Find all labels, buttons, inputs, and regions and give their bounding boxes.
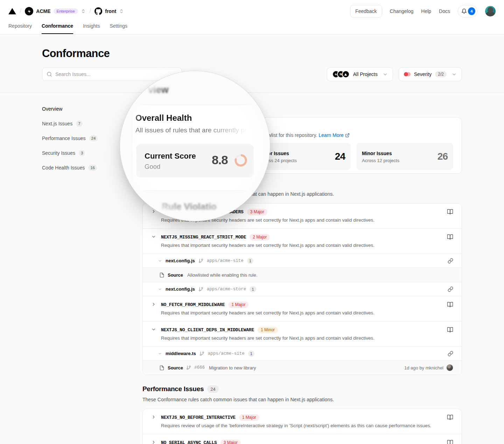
header-actions: Feedback Changelog Help Docs 4 (350, 5, 496, 18)
link-icon[interactable] (448, 351, 453, 356)
rule-name: NEXTJS_MISSING_REACT_STRICT_MODE (161, 235, 246, 240)
docs-link[interactable]: Docs (439, 8, 450, 14)
sidebar-count-badge: 3 (79, 150, 85, 156)
sidebar-item-nextjs-issues[interactable]: Next.js Issues 7 (42, 120, 126, 127)
severity-badge: 2 Major (250, 234, 270, 241)
changelog-link[interactable]: Changelog (390, 8, 414, 14)
github-icon (94, 7, 102, 15)
section-description: These Conformance rules catch common iss… (142, 396, 462, 403)
rule-row: NO_SERIAL_ASYNC_CALLS 3 Major (143, 434, 462, 444)
author-avatar[interactable] (446, 364, 453, 371)
magnified-rule-violations-fragment: Rule Violatio (162, 201, 217, 212)
learn-more-link[interactable]: Learn More (318, 132, 350, 139)
docs-book-icon[interactable] (447, 414, 453, 421)
project-avatar (342, 70, 350, 78)
issue-count-badge: 1 (250, 286, 256, 292)
issue-count-badge: 1 (248, 351, 254, 357)
chevron-right-icon[interactable] (151, 414, 156, 419)
file-icon (159, 365, 164, 370)
severity-dots-icon (404, 72, 411, 77)
sidebar-item-security-issues[interactable]: Security Issues 3 (42, 150, 126, 157)
magnified-description-fragment: All issues of rules that are currently p… (135, 126, 251, 134)
tab-conformance[interactable]: Conformance (42, 22, 73, 34)
breadcrumb-divider: / (89, 7, 91, 15)
git-branch-icon (200, 351, 204, 356)
source-meta: 1d ago by mknichel (404, 365, 443, 370)
rule-row: NEXTJS_NO_CLIENT_DEPS_IN_MIDDLEWARE 1 Mi… (143, 321, 462, 346)
source-label: Source (168, 365, 183, 370)
notifications-button[interactable]: 4 (458, 5, 477, 18)
tab-insights[interactable]: Insights (83, 22, 100, 34)
file-row: next.config.js apps/acme-site 1 (143, 254, 462, 268)
major-issues-value: 24 (335, 151, 345, 162)
link-icon[interactable] (448, 258, 453, 264)
rule-row: NO_FETCH_FROM_MIDDLEWARE 1 Major Require… (143, 296, 462, 321)
file-name: next.config.js (166, 286, 195, 292)
chevron-down-icon[interactable] (158, 352, 162, 356)
docs-book-icon[interactable] (447, 208, 453, 215)
source-label: Source (168, 272, 183, 278)
sidebar-item-label: Overview (42, 106, 62, 112)
rule-row: NEXTJS_MISSING_REACT_STRICT_MODE 2 Major… (143, 228, 462, 254)
team-switcher[interactable]: ACME Enterprise (25, 7, 86, 15)
rule-description: Requires that important security headers… (161, 310, 442, 317)
chevron-down-icon (451, 72, 457, 77)
sidebar-item-label: Performance Issues (42, 136, 86, 141)
feedback-button[interactable]: Feedback (350, 5, 382, 18)
chevron-right-icon[interactable] (151, 301, 156, 307)
docs-book-icon[interactable] (447, 233, 453, 240)
severity-filter-label: Severity (414, 71, 432, 77)
minor-issues-value: 26 (438, 151, 448, 162)
docs-book-icon[interactable] (447, 301, 453, 308)
git-branch-icon (198, 258, 203, 263)
vercel-logo-icon[interactable] (8, 8, 16, 15)
source-row: Source #666 Migration to new library 1d … (143, 360, 462, 375)
sidebar: Overview Next.js Issues 7 Performance Is… (42, 105, 126, 444)
search-input[interactable] (55, 71, 177, 77)
rule-description: Requires that important security headers… (161, 335, 442, 342)
magnified-overall-health-title: Overall Health (135, 113, 192, 123)
severity-badge: 3 Major (247, 209, 267, 215)
team-switcher-chevrons-icon[interactable] (81, 9, 86, 14)
minor-issues-tile: Minor Issues Across 12 projects 26 (356, 143, 453, 170)
sidebar-item-overview[interactable]: Overview (42, 105, 126, 112)
rule-name: NO_SERIAL_ASYNC_CALLS (161, 440, 217, 444)
chevron-down-icon[interactable] (151, 233, 156, 239)
team-plan-badge: Enterprise (54, 8, 78, 14)
tab-settings[interactable]: Settings (110, 22, 127, 34)
magnified-score-ring-icon (234, 154, 247, 167)
docs-book-icon[interactable] (447, 326, 453, 333)
rule-name: NEXTJS_NO_CLIENT_DEPS_IN_MIDDLEWARE (161, 327, 254, 333)
page-title: Conformance (42, 47, 462, 60)
chevron-right-icon[interactable] (151, 439, 156, 444)
rule-list-card: NEXTJS_NO_BEFORE_INTERACTIVE 1 Major Req… (142, 409, 462, 444)
notification-count-badge: 4 (468, 7, 475, 15)
section-performance-issues: Performance Issues 24 These Conformance … (142, 385, 462, 444)
magnified-current-score-tile: Current Score Good 8.8 (136, 144, 254, 178)
severity-badge: 3 Major (220, 439, 241, 444)
docs-book-icon[interactable] (447, 439, 453, 444)
help-link[interactable]: Help (421, 8, 431, 14)
projects-filter[interactable]: N All Projects (327, 67, 393, 81)
bell-icon (461, 8, 467, 14)
sidebar-item-performance-issues[interactable]: Performance Issues 24 (42, 135, 126, 142)
rule-name: NEXTJS_NO_BEFORE_INTERACTIVE (161, 415, 236, 420)
rule-list-card: NEXTJS_MISSING_SECURITY_HEADERS 3 Major … (142, 203, 462, 375)
user-avatar[interactable] (485, 6, 496, 16)
file-row: next.config.js apps/acme-store 1 (143, 282, 462, 296)
chevron-down-icon[interactable] (151, 326, 156, 332)
file-name: next.config.js (166, 258, 195, 263)
magnified-overview-fragment: view (148, 84, 169, 95)
project-path: apps/acme-site (208, 351, 245, 356)
issue-count-badge: 1 (247, 258, 253, 264)
chevron-down-icon[interactable] (158, 287, 162, 291)
repo-switcher[interactable]: front (94, 7, 124, 15)
repo-switcher-chevrons-icon[interactable] (119, 9, 124, 14)
severity-filter[interactable]: Severity 2/2 (399, 67, 462, 81)
link-icon[interactable] (448, 286, 453, 292)
tab-repository[interactable]: Repository (8, 22, 32, 34)
sidebar-item-code-health-issues[interactable]: Code Health Issues 16 (42, 164, 126, 171)
external-link-icon (345, 133, 350, 138)
chevron-down-icon[interactable] (158, 259, 162, 263)
filters: N All Projects Severity 2/2 (327, 67, 462, 81)
